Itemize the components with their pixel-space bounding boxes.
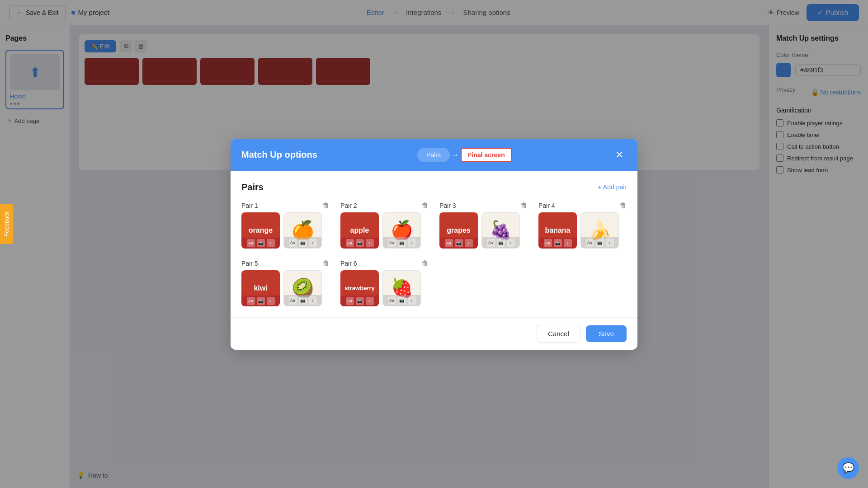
font-tool-2[interactable]: Aa — [586, 239, 594, 247]
pairs-grid: Pair 1 🗑 orange Aa 📷 ♪ — [241, 202, 627, 306]
pair-5-text-card[interactable]: kiwi Aa 📷 ♪ — [241, 270, 280, 306]
music-tool-2[interactable]: ♪ — [408, 296, 416, 305]
font-tool[interactable]: Aa — [544, 239, 552, 247]
music-tool[interactable]: ♪ — [366, 239, 374, 247]
font-tool-2[interactable]: Aa — [289, 296, 297, 305]
pair-1-delete[interactable]: 🗑 — [322, 202, 330, 210]
pair-4-image-toolbar: Aa 📷 ♪ — [581, 237, 618, 248]
cancel-button[interactable]: Cancel — [537, 325, 580, 343]
pair-5-header: Pair 5 🗑 — [241, 259, 330, 267]
pair-2-cards: apple Aa 📷 ♪ 🍎 Aa 📷 — [340, 212, 429, 249]
modal-header: Match Up options Pairs → Final screen ✕ — [231, 139, 637, 171]
music-tool[interactable]: ♪ — [366, 297, 374, 305]
tab-arrow: → — [452, 151, 459, 159]
pair-6-delete[interactable]: 🗑 — [421, 259, 429, 267]
image-tool[interactable]: 📷 — [257, 297, 265, 305]
image-tool-2[interactable]: 📷 — [299, 239, 307, 247]
pair-1: Pair 1 🗑 orange Aa 📷 ♪ — [241, 202, 330, 249]
add-pair-button[interactable]: + Add pair — [598, 183, 627, 191]
modal-body: Pairs + Add pair Pair 1 🗑 orange Aa — [231, 171, 637, 317]
pair-2-image-toolbar: Aa 📷 ♪ — [383, 237, 420, 248]
pair-6-toolbar: Aa 📷 ♪ — [340, 296, 379, 306]
font-tool[interactable]: Aa — [346, 297, 354, 305]
image-tool[interactable]: 📷 — [554, 239, 562, 247]
modal-title: Match Up options — [241, 150, 317, 160]
pair-4-header: Pair 4 🗑 — [538, 202, 627, 210]
pair-3-image-card[interactable]: 🍇 Aa 📷 ♪ — [481, 212, 520, 249]
pair-6-text-card[interactable]: strawberry Aa 📷 ♪ — [340, 270, 379, 306]
pair-1-image-card[interactable]: 🍊 Aa 📷 ♪ — [283, 212, 322, 249]
pair-5-delete[interactable]: 🗑 — [322, 259, 330, 267]
music-tool[interactable]: ♪ — [564, 239, 572, 247]
save-button[interactable]: Save — [586, 325, 627, 342]
pair-2-delete[interactable]: 🗑 — [421, 202, 429, 210]
pair-2-text: apple — [350, 226, 369, 235]
font-tool[interactable]: Aa — [247, 239, 255, 247]
pair-5: Pair 5 🗑 kiwi Aa 📷 ♪ — [241, 259, 330, 306]
modal: Match Up options Pairs → Final screen ✕ … — [231, 139, 637, 350]
pair-5-text: kiwi — [254, 284, 267, 292]
tab-final-screen[interactable]: Final screen — [461, 148, 512, 162]
image-tool[interactable]: 📷 — [455, 239, 463, 247]
music-tool[interactable]: ♪ — [267, 297, 275, 305]
chat-icon: 💬 — [842, 462, 854, 474]
music-tool-2[interactable]: ♪ — [309, 296, 317, 305]
modal-close-button[interactable]: ✕ — [612, 148, 627, 162]
pair-1-label: Pair 1 — [241, 202, 258, 209]
image-tool[interactable]: 📷 — [356, 239, 364, 247]
font-tool-2[interactable]: Aa — [487, 239, 495, 247]
image-tool-2[interactable]: 📷 — [596, 239, 604, 247]
pairs-header: Pairs + Add pair — [241, 182, 627, 192]
pair-4-text: banana — [545, 226, 570, 235]
image-tool[interactable]: 📷 — [257, 239, 265, 247]
pair-1-text-card[interactable]: orange Aa 📷 ♪ — [241, 212, 280, 249]
music-tool-2[interactable]: ♪ — [309, 239, 317, 247]
music-tool-2[interactable]: ♪ — [408, 239, 416, 247]
pair-5-image-card[interactable]: 🥝 Aa 📷 ♪ — [283, 270, 322, 306]
pair-5-label: Pair 5 — [241, 260, 258, 267]
pair-2-label: Pair 2 — [340, 202, 357, 209]
font-tool-2[interactable]: Aa — [388, 239, 396, 247]
modal-tabs: Pairs → Final screen — [417, 148, 512, 162]
pair-4: Pair 4 🗑 banana Aa 📷 ♪ — [538, 202, 627, 249]
image-tool[interactable]: 📷 — [356, 297, 364, 305]
pair-6-image-toolbar: Aa 📷 ♪ — [383, 295, 420, 306]
font-tool[interactable]: Aa — [445, 239, 453, 247]
pair-4-label: Pair 4 — [538, 202, 555, 209]
feedback-tab[interactable]: Feedback — [0, 204, 14, 244]
pair-1-image-toolbar: Aa 📷 ♪ — [284, 237, 321, 248]
image-tool-2[interactable]: 📷 — [299, 296, 307, 305]
pair-3-delete[interactable]: 🗑 — [520, 202, 528, 210]
image-tool-2[interactable]: 📷 — [398, 296, 406, 305]
pair-4-toolbar: Aa 📷 ♪ — [538, 238, 577, 249]
pair-3-text-card[interactable]: grapes Aa 📷 ♪ — [439, 212, 478, 249]
pair-3-header: Pair 3 🗑 — [439, 202, 528, 210]
font-tool-2[interactable]: Aa — [289, 239, 297, 247]
pair-3-label: Pair 3 — [439, 202, 456, 209]
image-tool-2[interactable]: 📷 — [398, 239, 406, 247]
modal-footer: Cancel Save — [231, 317, 637, 350]
pair-4-image-card[interactable]: 🍌 Aa 📷 ♪ — [580, 212, 619, 249]
pair-2-image-card[interactable]: 🍎 Aa 📷 ♪ — [382, 212, 421, 249]
font-tool-2[interactable]: Aa — [388, 296, 396, 305]
pair-2: Pair 2 🗑 apple Aa 📷 ♪ — [340, 202, 429, 249]
chat-button[interactable]: 💬 — [837, 457, 859, 479]
pair-1-cards: orange Aa 📷 ♪ 🍊 Aa 📷 — [241, 212, 330, 249]
pair-4-text-card[interactable]: banana Aa 📷 ♪ — [538, 212, 577, 249]
image-tool-2[interactable]: 📷 — [497, 239, 505, 247]
modal-overlay[interactable]: Match Up options Pairs → Final screen ✕ … — [0, 0, 868, 488]
pair-1-text: orange — [249, 226, 273, 235]
pair-5-cards: kiwi Aa 📷 ♪ 🥝 Aa 📷 — [241, 270, 330, 306]
music-tool[interactable]: ♪ — [267, 239, 275, 247]
pair-2-text-card[interactable]: apple Aa 📷 ♪ — [340, 212, 379, 249]
tab-pairs[interactable]: Pairs — [417, 148, 450, 162]
pair-6-image-card[interactable]: 🍓 Aa 📷 ♪ — [382, 270, 421, 306]
font-tool[interactable]: Aa — [247, 297, 255, 305]
music-tool-2[interactable]: ♪ — [606, 239, 614, 247]
pair-3-cards: grapes Aa 📷 ♪ 🍇 Aa 📷 — [439, 212, 528, 249]
pair-4-delete[interactable]: 🗑 — [619, 202, 627, 210]
font-tool[interactable]: Aa — [346, 239, 354, 247]
music-tool-2[interactable]: ♪ — [507, 239, 515, 247]
music-tool[interactable]: ♪ — [465, 239, 473, 247]
pair-6-label: Pair 6 — [340, 260, 357, 267]
